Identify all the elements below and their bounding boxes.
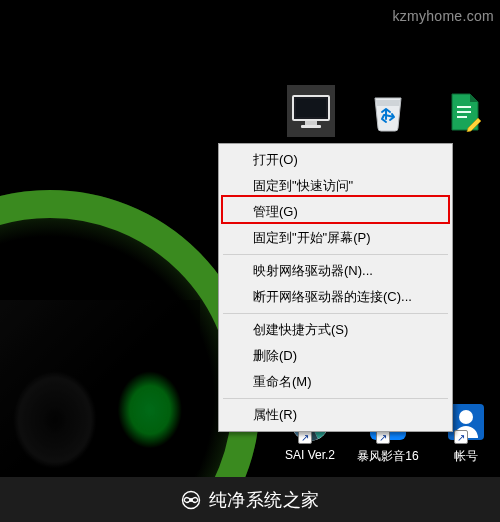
document-edit-icon bbox=[448, 92, 482, 132]
menu-separator bbox=[223, 254, 448, 255]
desktop-icon-recycle-bin[interactable] bbox=[360, 88, 416, 136]
monitor-icon bbox=[291, 94, 331, 130]
recycle-bin-icon bbox=[370, 92, 406, 132]
desktop-shortcut-label: 暴风影音16 bbox=[356, 448, 420, 465]
shortcut-overlay-icon: ↗ bbox=[298, 430, 312, 444]
menu-item-rename[interactable]: 重命名(M) bbox=[221, 369, 450, 395]
shortcut-overlay-icon: ↗ bbox=[376, 430, 390, 444]
menu-item-disconnect-network-drive[interactable]: 断开网络驱动器的连接(C)... bbox=[221, 284, 450, 310]
footer-text: 纯净系统之家 bbox=[209, 488, 320, 512]
menu-item-create-shortcut[interactable]: 创建快捷方式(S) bbox=[221, 317, 450, 343]
brand-logo-icon bbox=[181, 490, 201, 510]
svg-rect-6 bbox=[457, 116, 467, 118]
svg-rect-3 bbox=[301, 125, 321, 128]
wallpaper-photo bbox=[0, 300, 200, 470]
svg-point-14 bbox=[459, 410, 473, 424]
svg-rect-2 bbox=[305, 121, 317, 125]
shortcut-overlay-icon: ↗ bbox=[454, 430, 468, 444]
menu-item-manage[interactable]: 管理(G) bbox=[221, 199, 450, 225]
footer-brand: 纯净系统之家 bbox=[0, 477, 500, 522]
svg-rect-5 bbox=[457, 111, 471, 113]
menu-separator bbox=[223, 398, 448, 399]
menu-item-pin-start[interactable]: 固定到"开始"屏幕(P) bbox=[221, 225, 450, 251]
menu-item-properties[interactable]: 属性(R) bbox=[221, 402, 450, 428]
menu-item-pin-quick-access[interactable]: 固定到"快速访问" bbox=[221, 173, 450, 199]
svg-rect-1 bbox=[296, 99, 326, 117]
menu-item-delete[interactable]: 删除(D) bbox=[221, 343, 450, 369]
desktop-shortcut-label: 帐号 bbox=[434, 448, 498, 465]
desktop-icon-document[interactable] bbox=[437, 88, 493, 136]
desktop-icon-this-pc[interactable] bbox=[283, 88, 339, 136]
context-menu: 打开(O) 固定到"快速访问" 管理(G) 固定到"开始"屏幕(P) 映射网络驱… bbox=[218, 143, 453, 432]
menu-item-open[interactable]: 打开(O) bbox=[221, 147, 450, 173]
desktop-shortcut-label: SAI Ver.2 bbox=[278, 448, 342, 462]
menu-item-map-network-drive[interactable]: 映射网络驱动器(N)... bbox=[221, 258, 450, 284]
menu-separator bbox=[223, 313, 448, 314]
svg-rect-4 bbox=[457, 106, 471, 108]
